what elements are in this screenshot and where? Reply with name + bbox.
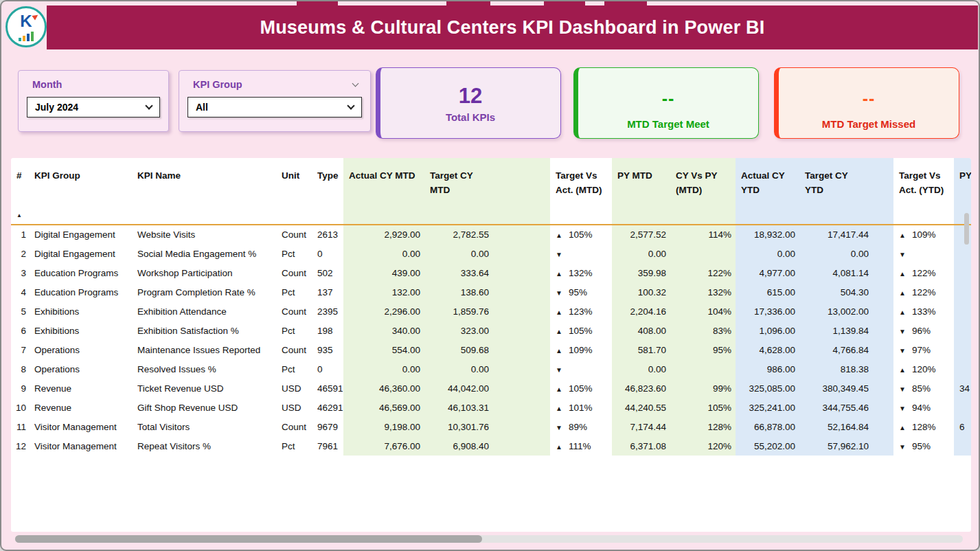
column-header-target-vs-act-mtd[interactable]: Target Vs Act. (MTD)	[550, 158, 612, 225]
month-dropdown[interactable]: July 2024	[27, 97, 160, 117]
cy-vs-py-mtd-cell: 114%	[670, 225, 736, 244]
up-arrow-icon: ▲	[556, 443, 562, 451]
py-mtd-cell: 6,371.08	[612, 436, 670, 456]
py-ytd-cell	[954, 282, 971, 302]
target-vs-actual-percent: 123%	[569, 306, 593, 317]
unit-cell: Count	[276, 417, 312, 436]
total-kpis-card: 12 Total KPIs	[376, 67, 561, 139]
column-header-spacer-ytd	[873, 158, 893, 225]
target-vs-actual-percent: 101%	[569, 403, 593, 413]
target-cy-ytd-cell: 504.30	[799, 282, 873, 302]
kpi-group-dropdown[interactable]: All	[187, 97, 362, 117]
actual-cy-mtd-cell: 7,676.00	[343, 436, 424, 456]
column-header-actual-cy-mtd[interactable]: Actual CY MTD	[343, 158, 424, 225]
spacer-cell	[493, 417, 550, 436]
target-vs-actual-percent: 96%	[912, 326, 931, 336]
vertical-scrollbar-thumb[interactable]	[964, 213, 969, 245]
mtd-target-meet-label: MTD Target Meet	[627, 118, 709, 130]
actual-cy-ytd-cell: 325,241.00	[736, 398, 799, 417]
cy-vs-py-mtd-cell	[670, 359, 736, 379]
target-cy-ytd-cell: 4,081.14	[799, 263, 873, 282]
column-header-py-mtd[interactable]: PY MTD	[612, 158, 670, 225]
target-cy-ytd-cell: 17,417.44	[799, 225, 873, 244]
column-header-type[interactable]: Type	[312, 158, 343, 225]
table-row: 9RevenueTicket Revenue USDUSD4659146,360…	[11, 379, 971, 398]
py-mtd-cell: 0.00	[612, 359, 670, 379]
logo-icon: K	[5, 6, 47, 47]
up-arrow-icon: ▲	[899, 232, 906, 239]
unit-cell: USD	[276, 379, 312, 398]
py-mtd-cell: 100.32	[612, 282, 670, 302]
column-header-cy-vs-py-mtd[interactable]: CY Vs PY (MTD)	[670, 158, 736, 225]
py-mtd-cell: 2,204.16	[612, 302, 670, 321]
target-vs-act-ytd-cell: ▲120%	[893, 359, 954, 379]
target-cy-mtd-cell: 6,908.40	[424, 436, 493, 456]
up-arrow-icon: ▲	[556, 385, 562, 393]
column-header-kpi-name[interactable]: KPI Name	[132, 158, 276, 225]
target-vs-act-ytd-cell: ▲122%	[893, 282, 954, 302]
target-vs-act-mtd-cell: ▲132%	[550, 263, 612, 282]
unit-cell: USD	[276, 398, 312, 417]
header-bar: Museums & Cultural Centers KPI Dashboard…	[47, 5, 978, 49]
target-vs-actual-percent: 111%	[569, 441, 591, 451]
target-vs-act-mtd-cell: ▲105%	[550, 225, 612, 244]
target-vs-act-mtd-cell: ▲105%	[550, 321, 612, 340]
kpi-group-cell: Education Programs	[29, 282, 132, 302]
spacer-cell	[493, 302, 550, 321]
cy-vs-py-mtd-cell: 132%	[670, 282, 736, 302]
down-arrow-icon: ▼	[899, 443, 906, 451]
target-vs-actual-percent: 95%	[569, 287, 587, 297]
down-arrow-icon: ▼	[899, 328, 906, 335]
column-header-target-cy-mtd[interactable]: Target CY MTD	[424, 158, 493, 225]
cy-vs-py-mtd-cell: 122%	[670, 263, 736, 282]
target-cy-mtd-cell: 333.64	[424, 263, 493, 282]
up-arrow-icon: ▲	[556, 328, 562, 335]
actual-cy-ytd-cell: 4,977.00	[736, 263, 799, 282]
unit-cell: Pct	[276, 436, 312, 456]
logo-letter: K	[20, 13, 32, 30]
table-row: 1Digital EngagementWebsite VisitsCount26…	[11, 225, 971, 244]
kpi-name-cell: Exhibition Attendance	[132, 302, 276, 321]
actual-cy-mtd-cell: 0.00	[343, 359, 424, 379]
kpi-name-cell: Workshop Participation	[132, 263, 276, 282]
actual-cy-mtd-cell: 2,929.00	[343, 225, 424, 244]
kpi-group-dropdown-value: All	[196, 102, 208, 113]
chevron-down-icon[interactable]	[352, 80, 359, 87]
table-row: 12Visitor ManagementRepeat Visitors %Pct…	[11, 436, 971, 456]
column-header-actual-cy-ytd[interactable]: Actual CY YTD	[736, 158, 799, 225]
page-title: Museums & Cultural Centers KPI Dashboard…	[260, 17, 764, 38]
py-mtd-cell: 7,174.44	[612, 417, 670, 436]
target-vs-actual-percent: 122%	[912, 287, 936, 297]
column-header-target-cy-ytd[interactable]: Target CY YTD	[799, 158, 873, 225]
spacer-cell	[873, 282, 893, 302]
target-cy-mtd-cell: 2,782.55	[424, 225, 493, 244]
spacer-cell	[493, 263, 550, 282]
py-ytd-cell	[954, 340, 971, 359]
column-header-kpi-group[interactable]: KPI Group	[29, 158, 132, 225]
target-vs-act-ytd-cell: ▲122%	[893, 263, 954, 282]
horizontal-scrollbar-thumb[interactable]	[15, 535, 482, 543]
type-cell: 46291	[312, 398, 343, 417]
kpi-group-cell: Exhibitions	[29, 321, 132, 340]
column-header-target-vs-act-ytd[interactable]: Target Vs Act. (YTD)	[893, 158, 954, 225]
unit-cell: Count	[276, 302, 312, 321]
target-cy-ytd-cell: 52,164.84	[799, 417, 873, 436]
column-header-num[interactable]: # ▲	[11, 158, 29, 225]
kpi-group-cell: Exhibitions	[29, 302, 132, 321]
type-cell: 0	[312, 244, 343, 263]
column-header-unit[interactable]: Unit	[276, 158, 312, 225]
up-arrow-icon: ▲	[556, 232, 562, 239]
type-cell: 7961	[312, 436, 343, 456]
type-cell: 137	[312, 282, 343, 302]
cy-vs-py-mtd-cell: 104%	[670, 302, 736, 321]
horizontal-scrollbar-track[interactable]	[15, 535, 963, 543]
target-cy-ytd-cell: 380,349.45	[799, 379, 873, 398]
table-header-row: # ▲ KPI Group KPI Name Unit Type Actual …	[11, 158, 971, 225]
target-vs-actual-percent: 94%	[912, 403, 931, 413]
target-vs-actual-percent: 105%	[569, 229, 593, 240]
down-arrow-icon: ▼	[899, 405, 906, 412]
spacer-cell	[873, 302, 893, 321]
target-vs-act-ytd-cell: ▲109%	[893, 225, 954, 244]
type-cell: 198	[312, 321, 343, 340]
row-number: 5	[11, 302, 29, 321]
